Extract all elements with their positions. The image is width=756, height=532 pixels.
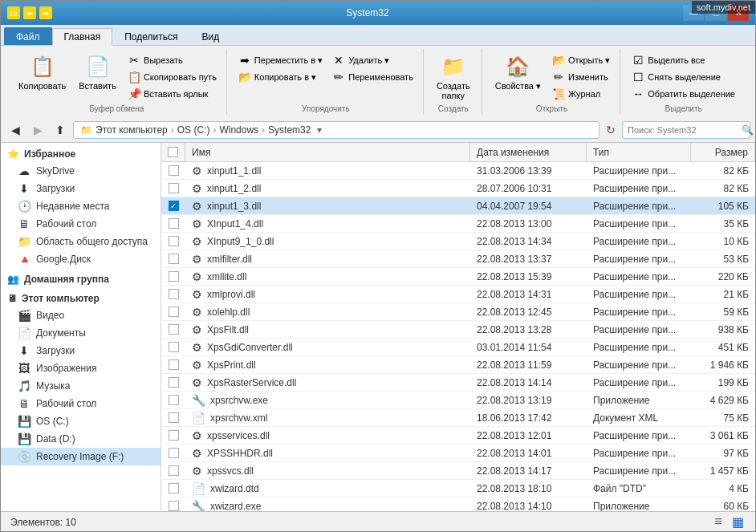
cut-button[interactable]: ✂ Вырезать xyxy=(124,52,220,68)
copy-button[interactable]: 📋 Копировать xyxy=(14,52,71,92)
rename-button[interactable]: ✏ Переименовать xyxy=(329,69,417,85)
path-part-computer[interactable]: Этот компьютер xyxy=(96,124,168,136)
sidebar-item-recent[interactable]: 🕐 Недавние места xyxy=(1,197,161,215)
cell-check-17[interactable] xyxy=(161,462,185,479)
file-checkbox-6[interactable] xyxy=(169,271,179,282)
table-row[interactable]: ⚙ XpsPrint.dll 22.08.2013 11:59 Расширен… xyxy=(161,356,755,374)
file-checkbox-7[interactable] xyxy=(169,289,179,299)
search-icon[interactable]: 🔍 xyxy=(742,124,754,136)
file-checkbox-14[interactable] xyxy=(169,412,179,423)
file-checkbox-13[interactable] xyxy=(169,395,179,405)
sidebar-item-desktop2[interactable]: 🖥 Рабочий стол xyxy=(1,395,161,412)
col-header-date[interactable]: Дата изменения xyxy=(470,143,587,161)
cell-check-16[interactable] xyxy=(161,445,185,461)
table-row[interactable]: ⚙ XpsGdiConverter.dll 03.01.2014 11:54 Р… xyxy=(161,339,755,356)
table-row[interactable]: 🔧 xpsrchvw.exe 22.08.2013 13:19 Приложен… xyxy=(161,392,755,409)
cell-check-3[interactable] xyxy=(161,215,185,232)
file-checkbox-8[interactable] xyxy=(169,307,179,317)
table-row[interactable]: ⚙ xpsservices.dll 22.08.2013 12:01 Расши… xyxy=(161,427,755,445)
sidebar-item-downloads[interactable]: ⬇ Загрузки xyxy=(1,180,161,197)
table-row[interactable]: ⚙ XpsFilt.dll 22.08.2013 13:28 Расширени… xyxy=(161,321,755,339)
tab-file[interactable]: Файл xyxy=(4,27,52,45)
table-row[interactable]: ⚙ XInput9_1_0.dll 22.08.2013 14:34 Расши… xyxy=(161,233,755,250)
path-part-osc[interactable]: OS (C:) xyxy=(177,124,210,136)
file-checkbox-3[interactable] xyxy=(169,218,179,229)
cell-check-19[interactable] xyxy=(161,497,185,511)
paste-button[interactable]: 📄 Вставить xyxy=(74,52,121,92)
cell-check-1[interactable] xyxy=(161,180,185,197)
tab-home[interactable]: Главная xyxy=(52,28,113,46)
move-to-button[interactable]: ➡ Переместить в ▾ xyxy=(235,52,326,68)
file-checkbox-4[interactable] xyxy=(169,236,179,246)
tab-share[interactable]: Поделиться xyxy=(112,27,189,45)
file-checkbox-12[interactable] xyxy=(169,377,179,388)
table-row[interactable]: ⚙ xinput1_1.dll 31.03.2006 13:39 Расшире… xyxy=(161,162,755,180)
sidebar-header-homegroup[interactable]: 👥 Домашняя группа xyxy=(1,271,161,287)
file-checkbox-2[interactable]: ✓ xyxy=(169,201,179,211)
title-icon-2[interactable]: ⬅ xyxy=(23,6,36,19)
list-view-button[interactable]: ≡ xyxy=(710,514,726,530)
col-header-check[interactable] xyxy=(161,143,185,161)
sidebar-item-music[interactable]: 🎵 Музыка xyxy=(1,377,161,395)
cell-check-18[interactable] xyxy=(161,480,185,497)
file-checkbox-19[interactable] xyxy=(169,501,179,511)
cell-check-0[interactable] xyxy=(161,162,185,179)
table-row[interactable]: 🔧 xwizard.exe 22.08.2013 14:10 Приложени… xyxy=(161,497,755,511)
cell-check-4[interactable] xyxy=(161,233,185,250)
file-checkbox-16[interactable] xyxy=(169,448,179,458)
table-row[interactable]: ⚙ xolehlp.dll 22.08.2013 12:45 Расширени… xyxy=(161,303,755,321)
title-icon-1[interactable]: 🗂 xyxy=(7,6,20,19)
sidebar-item-downloads2[interactable]: ⬇ Загрузки xyxy=(1,342,161,359)
cell-check-6[interactable] xyxy=(161,268,185,285)
properties-button[interactable]: 🏠 Свойства ▾ xyxy=(490,52,546,93)
sidebar-item-skydrive[interactable]: ☁ SkyDrive xyxy=(1,162,161,180)
edit-button[interactable]: ✏ Изменить xyxy=(549,69,613,85)
sidebar-item-google-drive[interactable]: 🔺 Google.Диск xyxy=(1,250,161,268)
title-icon-3[interactable]: ➡ xyxy=(39,6,52,19)
table-row[interactable]: ⚙ xmlfilter.dll 22.08.2013 13:37 Расшире… xyxy=(161,250,755,268)
file-checkbox-17[interactable] xyxy=(169,465,179,476)
table-row[interactable]: ⚙ xmlprovi.dll 22.08.2013 14:31 Расширен… xyxy=(161,286,755,303)
cell-check-5[interactable] xyxy=(161,250,185,267)
refresh-button[interactable]: ↻ xyxy=(603,122,619,138)
forward-button[interactable]: ▶ xyxy=(28,121,47,139)
table-row[interactable]: ⚙ XPSSHHDR.dll 22.08.2013 14:01 Расширен… xyxy=(161,445,755,462)
table-row[interactable]: 📄 xwizard.dtd 22.08.2013 18:10 Файл "DTD… xyxy=(161,480,755,497)
sidebar-item-video[interactable]: 🎬 Видео xyxy=(1,307,161,324)
path-part-windows[interactable]: Windows xyxy=(219,124,258,136)
file-checkbox-15[interactable] xyxy=(169,430,179,441)
detail-view-button[interactable]: ▦ xyxy=(730,514,746,530)
search-input[interactable] xyxy=(628,125,738,135)
cell-check-11[interactable] xyxy=(161,356,185,373)
new-folder-button[interactable]: 📁 Создатьпапку xyxy=(432,52,475,102)
table-row[interactable]: ⚙ XpsRasterService.dll 22.08.2013 14:14 … xyxy=(161,374,755,392)
paste-shortcut-button[interactable]: 📌 Вставить ярлык xyxy=(124,86,220,102)
open-button[interactable]: 📂 Открыть ▾ xyxy=(549,52,613,68)
col-header-size[interactable]: Размер xyxy=(691,143,755,161)
table-row[interactable]: ⚙ XInput1_4.dll 22.08.2013 13:00 Расшире… xyxy=(161,215,755,233)
cell-check-2[interactable]: ✓ xyxy=(161,197,185,214)
tab-view[interactable]: Вид xyxy=(189,27,231,45)
delete-button[interactable]: ✕ Удалить ▾ xyxy=(329,52,417,68)
sidebar-header-favorites[interactable]: ⭐ Избранное xyxy=(1,146,161,162)
cell-check-13[interactable] xyxy=(161,392,185,408)
sidebar-item-osc[interactable]: 💾 OS (C:) xyxy=(1,412,161,430)
file-checkbox-10[interactable] xyxy=(169,342,179,352)
col-header-name[interactable]: Имя xyxy=(185,143,470,161)
col-header-type[interactable]: Тип xyxy=(587,143,691,161)
address-dropdown[interactable]: ▾ xyxy=(314,124,325,136)
up-button[interactable]: ⬆ xyxy=(51,121,70,139)
table-row[interactable]: 📄 xpsrchvw.xml 18.06.2013 17:42 Документ… xyxy=(161,409,755,427)
invert-selection-button[interactable]: ↔ Обратить выделение xyxy=(628,86,738,102)
file-checkbox-5[interactable] xyxy=(169,254,179,264)
table-row[interactable]: ✓ ⚙ xinput1_3.dll 04.04.2007 19:54 Расши… xyxy=(161,197,755,215)
select-all-button[interactable]: ☑ Выделить все xyxy=(628,52,738,68)
file-checkbox-9[interactable] xyxy=(169,324,179,335)
sidebar-item-desktop1[interactable]: 🖥 Рабочий стол xyxy=(1,215,161,233)
header-checkbox[interactable] xyxy=(168,147,178,157)
file-checkbox-0[interactable] xyxy=(169,165,179,176)
cell-check-12[interactable] xyxy=(161,374,185,391)
sidebar-item-datad[interactable]: 💾 Data (D:) xyxy=(1,430,161,448)
table-row[interactable]: ⚙ xmllite.dll 22.08.2013 15:39 Расширени… xyxy=(161,268,755,286)
file-checkbox-1[interactable] xyxy=(169,183,179,193)
